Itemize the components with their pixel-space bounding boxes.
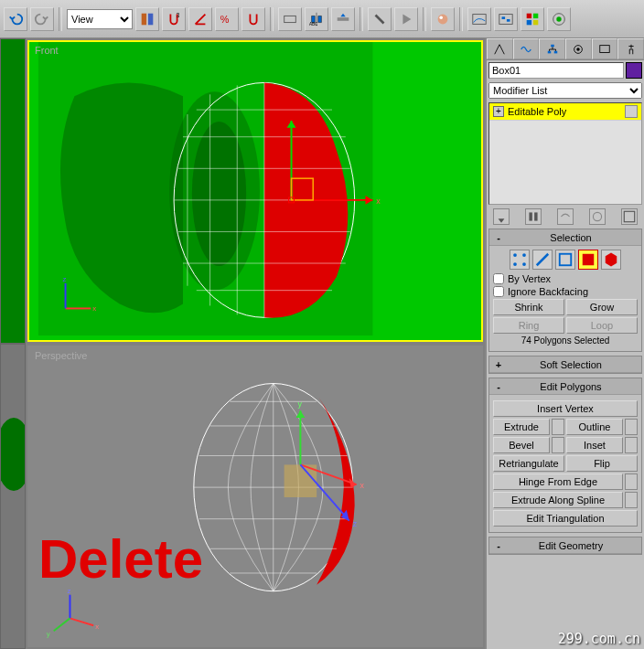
snap-toggle[interactable]: 3 (162, 7, 186, 31)
remove-modifier-button[interactable] (589, 208, 606, 225)
pin-stack-button[interactable] (493, 208, 510, 225)
hinge-settings[interactable] (625, 473, 638, 490)
toggle-button-1[interactable] (368, 7, 392, 31)
make-unique-button[interactable] (557, 208, 574, 225)
grow-button[interactable]: Grow (566, 299, 638, 315)
angle-snap-toggle[interactable] (188, 7, 212, 31)
rollout-soft-selection: +Soft Selection (488, 356, 642, 374)
outline-settings[interactable] (625, 419, 638, 435)
show-result-button[interactable] (525, 208, 542, 225)
play-button[interactable] (394, 7, 418, 31)
align-button[interactable] (331, 7, 355, 31)
tab-utilities[interactable] (617, 38, 644, 59)
object-color-swatch[interactable] (626, 62, 642, 79)
svg-point-8 (439, 16, 443, 19)
svg-text:z: z (353, 519, 358, 528)
select-filter-button[interactable] (135, 7, 159, 31)
rollout-edit-polygons: -Edit Polygons Insert Vertex ExtrudeOutl… (488, 378, 642, 533)
subobj-edge[interactable] (532, 250, 553, 270)
named-selection-button[interactable] (278, 7, 302, 31)
svg-rect-4 (284, 16, 296, 22)
edit-triangulation-button[interactable]: Edit Triangulation (493, 510, 638, 527)
viewport-fragment-bottom[interactable] (0, 344, 26, 649)
bevel-settings[interactable] (552, 437, 564, 453)
viewport-front[interactable]: Front (27, 40, 483, 342)
extrude-spline-settings[interactable] (625, 492, 638, 508)
schematic-view-button[interactable] (494, 7, 518, 31)
left-viewport-strip (0, 38, 26, 649)
tab-motion[interactable] (565, 38, 592, 59)
modifier-item-editable-poly[interactable]: + Editable Poly (489, 103, 641, 121)
object-name-input[interactable] (488, 62, 624, 79)
collapse-icon: - (493, 232, 504, 243)
viewport-fragment-top[interactable] (0, 38, 26, 344)
svg-rect-67 (547, 50, 551, 53)
svg-rect-16 (533, 19, 538, 24)
mirror-button[interactable]: ABC (305, 7, 328, 31)
front-viewport-content: x x z (29, 42, 481, 340)
rollout-header-edit-polygons[interactable]: -Edit Polygons (489, 378, 641, 395)
subobj-vertex[interactable] (510, 250, 530, 270)
extrude-along-spline-button[interactable]: Extrude Along Spline (493, 492, 623, 508)
configure-sets-button[interactable] (621, 208, 638, 225)
redo-button[interactable] (30, 7, 54, 31)
svg-rect-0 (142, 13, 146, 25)
inset-button[interactable]: Inset (566, 437, 623, 453)
subobj-border[interactable] (555, 250, 575, 270)
ignore-backfacing-row: Ignore Backfacing (493, 286, 638, 297)
undo-button[interactable] (4, 7, 27, 31)
bevel-button[interactable]: Bevel (493, 437, 550, 453)
svg-text:y: y (47, 630, 50, 638)
svg-rect-79 (624, 211, 634, 221)
svg-text:ABC: ABC (309, 22, 318, 27)
separator (270, 7, 274, 31)
insert-vertex-button[interactable]: Insert Vertex (493, 400, 638, 417)
percent-snap-toggle[interactable]: % (215, 7, 239, 31)
watermark-text: 299.com.cn (558, 631, 640, 647)
subobj-polygon[interactable] (578, 250, 598, 270)
subobj-element[interactable] (601, 250, 621, 270)
modifier-stack[interactable]: + Editable Poly (488, 102, 642, 205)
loop-button[interactable]: Loop (566, 317, 638, 334)
curve-editor-button[interactable] (467, 7, 491, 31)
hinge-from-edge-button[interactable]: Hinge From Edge (493, 473, 623, 490)
view-select[interactable]: View (67, 9, 133, 29)
svg-rect-11 (502, 16, 506, 19)
layer-manager-button[interactable] (521, 7, 544, 31)
svg-line-60 (70, 618, 93, 625)
modifier-list-dropdown[interactable]: Modifier List (488, 82, 642, 99)
rollout-header-selection[interactable]: -Selection (489, 229, 641, 246)
extrude-settings[interactable] (552, 419, 564, 435)
rollout-header-soft-selection[interactable]: +Soft Selection (489, 356, 641, 373)
shrink-button[interactable]: Shrink (493, 299, 564, 315)
main-area: Front (0, 38, 644, 649)
svg-point-22 (192, 122, 246, 266)
flip-button[interactable]: Flip (566, 455, 638, 472)
svg-text:%: % (220, 13, 230, 24)
tab-display[interactable] (592, 38, 618, 59)
svg-text:3: 3 (177, 12, 180, 18)
ring-button[interactable]: Ring (493, 317, 564, 334)
retriangulate-button[interactable]: Retriangulate (493, 455, 564, 472)
spinner-snap-toggle[interactable] (242, 7, 265, 31)
perspective-viewport-content: x y z x z y (29, 347, 481, 645)
ignore-backfacing-checkbox[interactable] (493, 286, 504, 297)
inset-settings[interactable] (625, 437, 638, 453)
svg-point-82 (513, 262, 517, 266)
pin-icon[interactable] (625, 105, 638, 118)
material-editor-button[interactable] (431, 7, 455, 31)
viewport-perspective[interactable]: Perspective (27, 346, 483, 647)
svg-rect-86 (583, 254, 595, 266)
by-vertex-checkbox[interactable] (493, 273, 504, 284)
outline-button[interactable]: Outline (566, 419, 623, 435)
tab-hierarchy[interactable] (539, 38, 565, 59)
tab-modify[interactable] (513, 38, 540, 59)
rollout-header-edit-geometry[interactable]: -Edit Geometry (489, 537, 641, 554)
extrude-button[interactable]: Extrude (493, 419, 550, 435)
tab-create[interactable] (487, 38, 513, 59)
viewport-label: Perspective (35, 350, 87, 361)
svg-text:x: x (360, 481, 365, 490)
separator (423, 7, 426, 31)
expand-icon[interactable]: + (493, 106, 504, 117)
render-button[interactable] (547, 7, 571, 31)
